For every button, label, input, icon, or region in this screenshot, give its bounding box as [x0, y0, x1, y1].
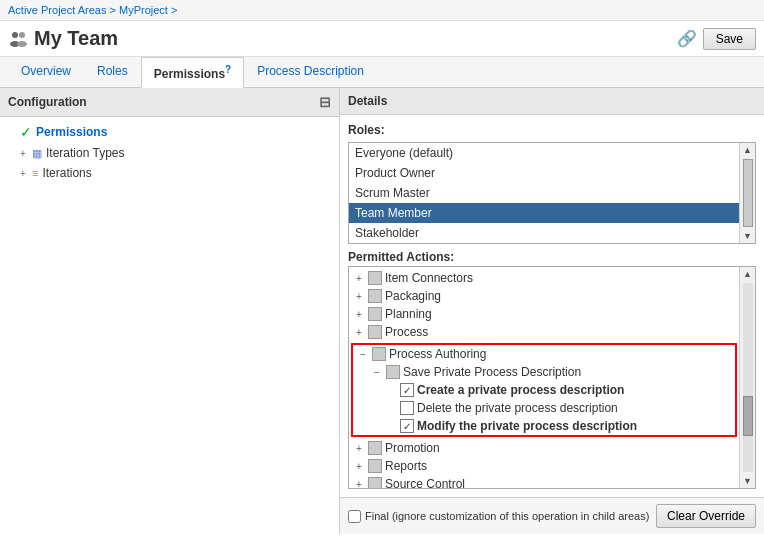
details-content: Roles: Everyone (default) Product Owner …: [340, 115, 764, 497]
perm-item-save-private[interactable]: − Save Private Process Description: [367, 363, 735, 381]
permitted-scroll-down[interactable]: ▼: [741, 474, 754, 488]
breadcrumb-myproject[interactable]: MyProject: [119, 4, 168, 16]
permitted-list: + Item Connectors + Packaging +: [349, 267, 739, 488]
perm-checkbox-planning[interactable]: [368, 307, 382, 321]
permitted-area: + Item Connectors + Packaging +: [348, 266, 756, 489]
perm-checkbox-source-control[interactable]: [368, 477, 382, 488]
perm-item-source-control[interactable]: + Source Control: [349, 475, 739, 488]
perm-checkbox-modify-private[interactable]: ✓: [400, 419, 414, 433]
config-settings-icon[interactable]: ⊟: [319, 94, 331, 110]
config-tree: ✓ Permissions + ▦ Iteration Types + ≡ It…: [0, 117, 339, 534]
details-panel: Details Roles: Everyone (default) Produc…: [340, 88, 764, 534]
config-header: Configuration ⊟: [0, 88, 339, 117]
page-title: My Team: [34, 27, 677, 50]
main-area: Configuration ⊟ ✓ Permissions + ▦ Iterat…: [0, 88, 764, 534]
final-check-area: Final (ignore customization of this oper…: [348, 510, 649, 523]
permitted-scroll-thumb[interactable]: [743, 396, 753, 436]
permitted-scroll-up[interactable]: ▲: [741, 267, 754, 281]
perm-item-delete-private[interactable]: Delete the private process description: [381, 399, 735, 417]
config-title: Configuration: [8, 95, 87, 109]
roles-label: Roles:: [348, 123, 756, 137]
perm-item-connectors[interactable]: + Item Connectors: [349, 269, 739, 287]
roles-scroll-thumb[interactable]: [743, 159, 753, 227]
tree-item-iterations[interactable]: + ≡ Iterations: [0, 163, 339, 183]
perm-item-packaging[interactable]: + Packaging: [349, 287, 739, 305]
role-scrum-master[interactable]: Scrum Master: [349, 183, 739, 203]
highlighted-group: − Process Authoring − Save Private Proce…: [351, 343, 737, 437]
perm-checkbox-packaging[interactable]: [368, 289, 382, 303]
tree-label-iteration-types: Iteration Types: [46, 146, 125, 160]
perm-checkbox-delete-private[interactable]: [400, 401, 414, 415]
clear-override-button[interactable]: Clear Override: [656, 504, 756, 528]
breadcrumb: Active Project Areas > MyProject >: [0, 0, 764, 21]
tree-item-iteration-types[interactable]: + ▦ Iteration Types: [0, 143, 339, 163]
perm-item-create-private[interactable]: ✓ Create a private process description: [381, 381, 735, 399]
perm-item-planning[interactable]: + Planning: [349, 305, 739, 323]
roles-list: Everyone (default) Product Owner Scrum M…: [348, 142, 756, 244]
permitted-section: Permitted Actions: + Item Connectors +: [348, 250, 756, 489]
svg-point-3: [17, 41, 27, 47]
page-header: My Team 🔗 Save: [0, 21, 764, 57]
svg-point-0: [12, 32, 18, 38]
tab-overview[interactable]: Overview: [8, 57, 84, 88]
tree-item-permissions[interactable]: ✓ Permissions: [0, 121, 339, 143]
role-stakeholder[interactable]: Stakeholder: [349, 223, 739, 243]
svg-point-2: [19, 32, 25, 38]
roles-scroll-up[interactable]: ▲: [741, 143, 754, 157]
perm-item-reports[interactable]: + Reports: [349, 457, 739, 475]
save-button[interactable]: Save: [703, 28, 756, 50]
tabs-bar: Overview Roles Permissions? Process Desc…: [0, 57, 764, 88]
perm-checkbox-process[interactable]: [368, 325, 382, 339]
perm-item-modify-private[interactable]: ✓ Modify the private process description: [381, 417, 735, 435]
perm-item-process[interactable]: + Process: [349, 323, 739, 341]
tab-process-description[interactable]: Process Description: [244, 57, 377, 88]
perm-checkbox-promotion[interactable]: [368, 441, 382, 455]
permitted-scrollbar: ▲ ▼: [739, 267, 755, 488]
roles-scrollbar: ▲ ▼: [739, 143, 755, 243]
header-actions: 🔗 Save: [677, 28, 756, 50]
permitted-label: Permitted Actions:: [348, 250, 756, 264]
iterations-icon: ≡: [32, 167, 38, 179]
tree-label-permissions: Permissions: [36, 125, 107, 139]
breadcrumb-active-project[interactable]: Active Project Areas: [8, 4, 106, 16]
perm-checkbox-save-private[interactable]: [386, 365, 400, 379]
permissions-icon: ✓: [20, 124, 32, 140]
role-product-owner[interactable]: Product Owner: [349, 163, 739, 183]
perm-checkbox-process-authoring[interactable]: [372, 347, 386, 361]
perm-item-promotion[interactable]: + Promotion: [349, 439, 739, 457]
final-checkbox[interactable]: [348, 510, 361, 523]
perm-checkbox-create-private[interactable]: ✓: [400, 383, 414, 397]
tree-label-iterations: Iterations: [42, 166, 91, 180]
final-label: Final (ignore customization of this oper…: [365, 510, 649, 522]
tab-roles[interactable]: Roles: [84, 57, 141, 88]
tab-permissions[interactable]: Permissions?: [141, 57, 244, 88]
perm-checkbox-reports[interactable]: [368, 459, 382, 473]
config-panel: Configuration ⊟ ✓ Permissions + ▦ Iterat…: [0, 88, 340, 534]
permitted-scroll-track: [743, 283, 753, 472]
perm-checkbox-connectors[interactable]: [368, 271, 382, 285]
team-icon: [8, 29, 28, 49]
roles-scroll-down[interactable]: ▼: [741, 229, 754, 243]
iteration-types-icon: ▦: [32, 147, 42, 160]
link-icon[interactable]: 🔗: [677, 29, 697, 48]
roles-scroll-area: Everyone (default) Product Owner Scrum M…: [349, 143, 739, 243]
role-everyone[interactable]: Everyone (default): [349, 143, 739, 163]
details-header: Details: [340, 88, 764, 115]
role-team-member[interactable]: Team Member: [349, 203, 739, 223]
roles-section: Roles: Everyone (default) Product Owner …: [348, 123, 756, 244]
perm-item-process-authoring[interactable]: − Process Authoring: [353, 345, 735, 363]
footer-bar: Final (ignore customization of this oper…: [340, 497, 764, 534]
